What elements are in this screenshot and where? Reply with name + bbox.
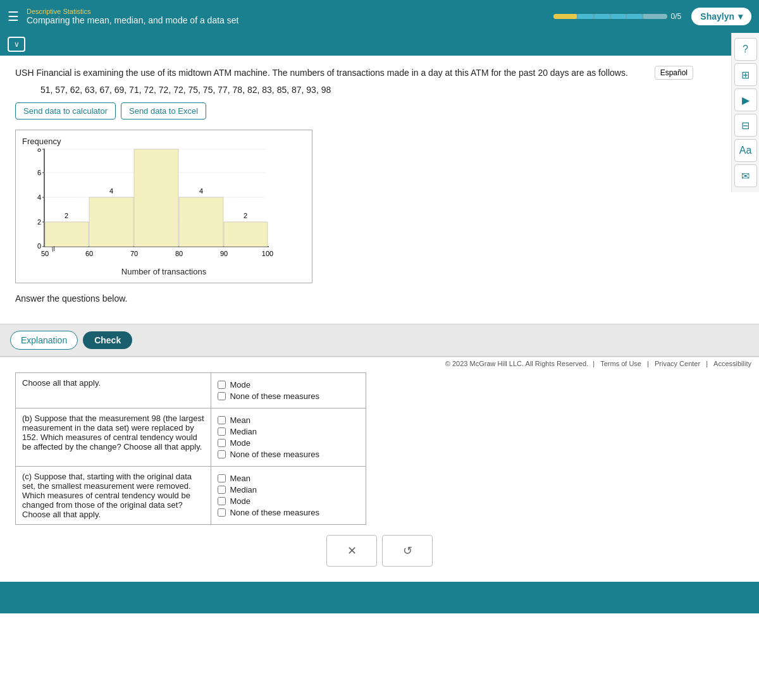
- help-button[interactable]: ?: [734, 38, 757, 61]
- question-b-cell: (b) Suppose that the measurement 98 (the…: [16, 408, 211, 467]
- privacy-link[interactable]: Privacy Center: [655, 360, 700, 367]
- checkbox-median-b[interactable]: [218, 427, 226, 436]
- collapse-bar: ∨: [0, 33, 759, 56]
- checkbox-row-none-c: None of these measures: [218, 508, 359, 517]
- svg-text:4: 4: [199, 187, 203, 195]
- table-row: Choose all that apply. Mode None of thes…: [16, 373, 366, 408]
- clear-button[interactable]: ✕: [326, 535, 377, 567]
- checkbox-row-none-b: None of these measures: [218, 450, 359, 459]
- table-icon: ⊟: [741, 120, 750, 132]
- menu-icon[interactable]: ☰: [8, 9, 19, 24]
- answer-a-cell: Mode None of these measures: [211, 373, 366, 408]
- explanation-button[interactable]: Explanation: [10, 331, 78, 350]
- video-icon: ▶: [742, 94, 750, 106]
- checkbox-mode-b[interactable]: [218, 439, 226, 447]
- svg-text:2: 2: [244, 212, 247, 219]
- svg-text:80: 80: [175, 250, 183, 257]
- checkbox-row-median-b: Median: [218, 427, 359, 436]
- svg-rect-18: [89, 197, 133, 247]
- header: ☰ Descriptive Statistics Comparing the m…: [0, 0, 759, 33]
- header-right: 0/5 Shaylyn ▾: [553, 8, 751, 25]
- checkbox-mode-a[interactable]: [218, 381, 226, 389]
- send-excel-button[interactable]: Send data to Excel: [121, 102, 206, 120]
- user-button[interactable]: Shaylyn ▾: [691, 8, 751, 25]
- bottom-actions: ✕ ↺: [15, 535, 744, 567]
- question-mark-icon: ?: [743, 44, 748, 55]
- label-mode-c: Mode: [230, 496, 250, 506]
- checkbox-mode-c[interactable]: [218, 497, 226, 505]
- checkbox-mean-c[interactable]: [218, 474, 226, 482]
- header-title: Comparing the mean, median, and mode of …: [27, 15, 238, 25]
- label-none-a: None of these measures: [230, 391, 319, 401]
- question-c-cell: (c) Suppose that, starting with the orig…: [16, 467, 211, 525]
- label-mode-a: Mode: [230, 380, 250, 390]
- send-calculator-button[interactable]: Send data to calculator: [15, 102, 116, 120]
- check-button[interactable]: Check: [83, 331, 132, 349]
- checkbox-mean-b[interactable]: [218, 416, 226, 424]
- svg-text:100: 100: [262, 250, 273, 257]
- problem-text: USH Financial is examining the use of it…: [15, 66, 744, 80]
- text-icon: Aa: [739, 145, 752, 156]
- label-mode-b: Mode: [230, 438, 250, 448]
- svg-text:6: 6: [37, 169, 41, 176]
- svg-text:4: 4: [37, 193, 41, 201]
- svg-text:4: 4: [109, 187, 113, 195]
- questions-table: Choose all that apply. Mode None of thes…: [15, 372, 366, 525]
- terms-link[interactable]: Terms of Use: [600, 360, 641, 367]
- chart-x-label: Number of transactions: [22, 267, 305, 276]
- checkbox-row-mean-c: Mean: [218, 474, 359, 483]
- header-title-block: Descriptive Statistics Comparing the mea…: [27, 8, 238, 25]
- copyright: © 2023 McGraw Hill LLC. All Rights Reser…: [445, 360, 588, 367]
- question-c-text: (c) Suppose that, starting with the orig…: [22, 472, 192, 519]
- espanol-button[interactable]: Español: [655, 66, 693, 80]
- progress-bar-container: 0/5: [553, 12, 682, 21]
- svg-text:2: 2: [65, 212, 68, 219]
- svg-rect-22: [179, 197, 223, 247]
- checkbox-none-a[interactable]: [218, 392, 226, 400]
- checkbox-row-mode-b: Mode: [218, 438, 359, 448]
- calculator-button[interactable]: ⊞: [734, 63, 757, 86]
- chart-container: Frequency 0 2 4 6 8: [15, 130, 312, 283]
- svg-text:8: 8: [154, 149, 158, 150]
- mail-icon: ✉: [741, 170, 750, 182]
- svg-text:0: 0: [37, 242, 41, 250]
- data-values: 51, 57, 62, 63, 67, 69, 71, 72, 72, 72, …: [40, 85, 744, 95]
- table-row: (c) Suppose that, starting with the orig…: [16, 467, 366, 525]
- label-median-b: Median: [230, 427, 257, 436]
- collapse-button[interactable]: ∨: [8, 37, 25, 52]
- svg-text:8: 8: [37, 149, 41, 153]
- checkbox-none-b[interactable]: [218, 450, 226, 458]
- reset-icon: ↺: [403, 544, 412, 558]
- video-button[interactable]: ▶: [734, 89, 757, 111]
- svg-text:50: 50: [41, 250, 49, 257]
- svg-text:90: 90: [220, 250, 228, 257]
- clear-icon: ✕: [347, 544, 357, 558]
- text-button[interactable]: Aa: [734, 139, 757, 162]
- bottom-toolbar: Explanation Check: [0, 324, 759, 357]
- answer-instruction: Answer the questions below.: [15, 293, 744, 304]
- answer-b-cell: Mean Median Mode None of these measures: [211, 408, 366, 467]
- checkbox-row-mode-c: Mode: [218, 496, 359, 506]
- svg-rect-24: [224, 222, 268, 247]
- table-row: (b) Suppose that the measurement 98 (the…: [16, 408, 366, 467]
- progress-score: 0/5: [671, 12, 682, 21]
- checkbox-row-mean-b: Mean: [218, 415, 359, 425]
- question-b-text: (b) Suppose that the measurement 98 (the…: [22, 414, 204, 451]
- accessibility-link[interactable]: Accessibility: [713, 360, 751, 367]
- checkbox-none-c[interactable]: [218, 508, 226, 517]
- calculator-icon: ⊞: [741, 69, 750, 81]
- footer: © 2023 McGraw Hill LLC. All Rights Reser…: [0, 357, 759, 370]
- svg-text:70: 70: [130, 250, 138, 257]
- checkbox-row-mode-a: Mode: [218, 380, 359, 390]
- svg-rect-16: [45, 222, 89, 247]
- reset-button[interactable]: ↺: [382, 535, 433, 567]
- checkbox-median-c[interactable]: [218, 486, 226, 494]
- action-buttons: Send data to calculator Send data to Exc…: [15, 102, 744, 120]
- chart-y-label: Frequency: [22, 137, 305, 146]
- label-none-c: None of these measures: [230, 508, 319, 517]
- collapse-icon: ∨: [14, 40, 20, 49]
- table-button[interactable]: ⊟: [734, 114, 757, 137]
- mail-button[interactable]: ✉: [734, 164, 757, 187]
- user-name: Shaylyn: [700, 11, 734, 21]
- answer-c-cell: Mean Median Mode None of these measures: [211, 467, 366, 525]
